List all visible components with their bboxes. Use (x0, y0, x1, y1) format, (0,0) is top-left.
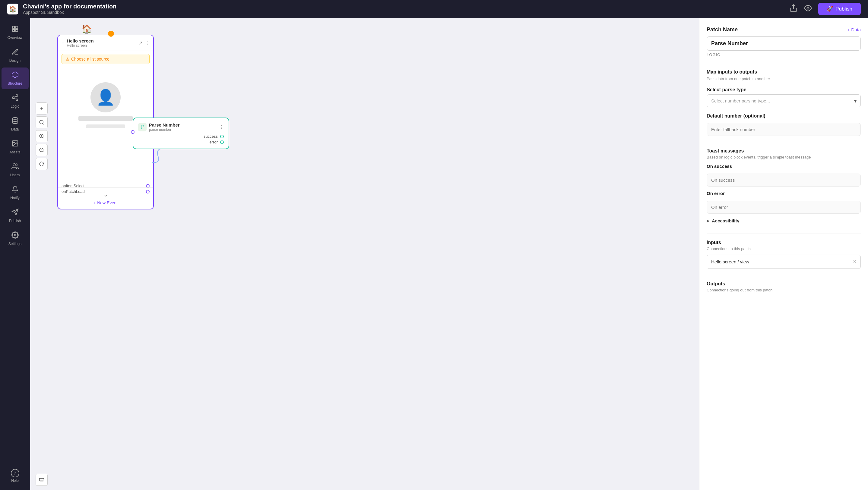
new-event-button[interactable]: + New Event (93, 200, 118, 205)
svg-rect-4 (16, 30, 18, 32)
sidebar-label-data: Data (11, 127, 19, 131)
search-button[interactable] (36, 116, 48, 128)
svg-line-10 (14, 98, 16, 99)
sidebar-label-overview: Overview (7, 36, 22, 40)
svg-rect-5 (12, 30, 14, 32)
structure-icon (11, 71, 19, 80)
sidebar-item-design[interactable]: Design (1, 44, 29, 66)
toast-title: Toast messages (707, 148, 861, 154)
sidebar-label-logic: Logic (10, 104, 19, 108)
divider-2 (707, 142, 861, 142)
zoom-out-button[interactable] (36, 144, 48, 156)
sidebar-item-structure[interactable]: Structure (1, 67, 29, 89)
panel-header: Patch Name + Data (707, 27, 861, 33)
accessibility-arrow-icon: ▶ (707, 219, 709, 223)
error-connector (220, 140, 224, 144)
svg-line-18 (42, 123, 43, 124)
accessibility-row[interactable]: ▶ Accessibility (707, 214, 861, 228)
choose-list-warning[interactable]: ⚠ Choose a list source (62, 54, 150, 64)
logic-node-more-icon[interactable]: ⋮ (219, 124, 224, 130)
default-number-input[interactable] (707, 123, 861, 136)
assets-icon (11, 140, 19, 149)
warning-text: Choose a list source (71, 57, 110, 62)
sidebar-item-assets[interactable]: Assets (1, 136, 29, 158)
sidebar-item-settings[interactable]: Settings (1, 228, 29, 250)
svg-point-12 (12, 118, 18, 119)
sidebar-label-help: Help (11, 479, 19, 483)
text-placeholder-2 (86, 125, 125, 128)
sidebar-item-data[interactable]: Data (1, 113, 29, 135)
output-row-success: success (138, 134, 224, 139)
on-error-label: On error (707, 191, 861, 196)
on-error-section: On error (707, 191, 861, 214)
divider-3 (707, 233, 861, 234)
connection-dot-orange (108, 31, 114, 37)
sidebar-label-publish: Publish (9, 219, 21, 223)
on-error-input[interactable] (707, 201, 861, 214)
reset-view-button[interactable] (36, 158, 48, 170)
sidebar-item-notify[interactable]: Notify (1, 182, 29, 204)
add-data-button[interactable]: + Data (847, 27, 861, 32)
remove-input-button[interactable]: × (853, 259, 856, 265)
sidebar-item-users[interactable]: Users (1, 159, 29, 181)
inputs-sub: Connections to this patch (707, 247, 861, 251)
logic-node-header: ℙ Parse Number parse number ⋮ (138, 122, 224, 132)
add-element-button[interactable]: + (36, 102, 48, 115)
svg-point-1 (807, 7, 809, 9)
rocket-icon: 🚀 (827, 6, 833, 12)
sidebar-label-design: Design (9, 59, 21, 63)
screen-subtitle: Hello screen (67, 43, 93, 47)
publish-button[interactable]: 🚀 Publish (818, 3, 861, 15)
map-inputs-title: Map inputs to outputs (707, 69, 861, 75)
preview-icon[interactable] (804, 4, 812, 14)
accessibility-label: Accessibility (712, 218, 740, 223)
person-icon: 👤 (96, 89, 115, 106)
patch-name-label: Patch Name (707, 27, 738, 33)
expand-icon[interactable]: ↗ (138, 40, 142, 46)
expand-chevron[interactable]: ⌄ (103, 191, 108, 198)
sidebar-label-structure: Structure (7, 81, 22, 86)
svg-rect-2 (12, 26, 14, 28)
outputs-title: Outputs (707, 281, 861, 287)
settings-icon (11, 231, 19, 240)
zoom-in-button[interactable] (36, 130, 48, 142)
notify-icon (11, 186, 19, 195)
on-success-input[interactable] (707, 173, 861, 187)
topbar: 🏠 Chavini's app for documentation Appspo… (0, 0, 868, 18)
more-options-icon[interactable]: ⋮ (145, 40, 150, 46)
keyboard-button[interactable] (36, 474, 48, 486)
divider-4 (707, 275, 861, 275)
parse-number-icon: ℙ (138, 123, 147, 131)
publish-sidebar-icon (11, 208, 19, 218)
app-logo: 🏠 (7, 4, 18, 14)
logic-node-title: Parse Number (149, 122, 180, 128)
sidebar-item-logic[interactable]: Logic (1, 90, 29, 112)
sidebar-label-assets: Assets (9, 150, 20, 154)
home-canvas-icon[interactable]: 🏠 (82, 24, 92, 34)
sidebar-item-overview[interactable]: Overview (1, 22, 29, 43)
event-connector-dot-1 (146, 184, 150, 188)
default-number-section: Default number (optional) (707, 113, 861, 136)
parse-type-select[interactable]: Select number parsing type... (707, 94, 861, 107)
svg-point-16 (14, 234, 16, 236)
svg-rect-26 (39, 479, 44, 481)
output-row-error: error (138, 140, 224, 144)
svg-line-24 (42, 151, 43, 152)
toast-sub: Based on logic block events, trigger a s… (707, 155, 861, 159)
parse-type-select-wrapper: Select number parsing type... ▾ (707, 94, 861, 107)
patch-name-input[interactable] (707, 36, 861, 51)
sidebar-label-settings: Settings (8, 242, 22, 246)
default-number-label: Default number (optional) (707, 113, 861, 119)
on-success-label: On success (707, 164, 861, 169)
share-icon[interactable] (789, 4, 798, 14)
screen-header-icons: ↗ ⋮ (138, 40, 150, 46)
success-connector (220, 135, 224, 138)
svg-point-9 (16, 99, 18, 101)
svg-point-7 (16, 95, 18, 96)
sidebar-item-publish[interactable]: Publish (1, 205, 29, 227)
svg-rect-3 (16, 26, 18, 28)
help-icon: ? (11, 469, 19, 477)
error-label: error (210, 140, 218, 144)
sidebar-item-help[interactable]: ? Help (1, 465, 29, 486)
divider-1 (707, 63, 861, 63)
